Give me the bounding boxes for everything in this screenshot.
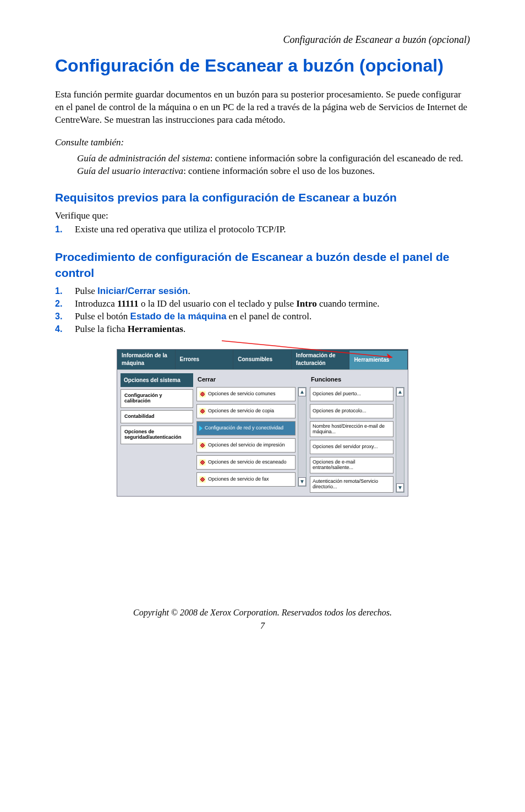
functions-label: Funciones [310,373,404,387]
list-number: 2. [55,298,75,310]
close-label[interactable]: Cerrar [196,373,307,387]
fn-email[interactable]: Opciones de e-mail entrante/saliente... [310,457,393,473]
copyright: Copyright © 2008 de Xerox Corporation. R… [55,607,470,619]
opt-copy[interactable]: Opciones de servicio de copia [196,404,296,418]
center-column: Cerrar Opciones de servicio comunes Opci… [196,373,307,493]
sidebar-item-accounting[interactable]: Contabilidad [121,410,193,423]
tab-tools[interactable]: Herramientas [349,350,408,369]
fn-protocol[interactable]: Opciones de protocolo... [310,404,393,418]
keyword-login: Iniciar/Cerrar sesión [97,286,188,296]
list-item: 1. Pulse Iniciar/Cerrar sesión. [55,285,470,298]
page-title: Configuración de Escanear a buzón (opcio… [55,54,470,78]
references-block: Guía de administración del sistema: cont… [77,152,470,178]
fn-proxy[interactable]: Opciones del servidor proxy... [310,440,393,454]
gear-icon [199,459,206,466]
list-item: 4. Pulse la ficha Herramientas. [55,323,470,336]
reference-1-desc: : contiene información sobre la configur… [210,153,463,164]
reference-2-title: Guía del usuario interactiva [77,166,183,176]
section-procedure-title: Procedimiento de configuración de Escane… [55,249,470,281]
keyword-machine-status: Estado de la máquina [130,311,227,321]
group-list: Opciones de servicio comunes Opciones de… [196,387,296,487]
intro-paragraph: Esta función permite guardar documentos … [55,89,470,127]
opt-print[interactable]: Opciones del servicio de impresión [196,438,296,453]
arrow-right-icon [199,426,203,431]
opt-fax[interactable]: Opciones de servicio de fax [196,472,296,487]
fn-hostname[interactable]: Nombre host/Dirección e-mail de máquina.… [310,421,393,438]
list-item: 1. Existe una red operativa que utiliza … [55,224,470,236]
gear-icon [199,476,206,483]
section-prereq-title: Requisitos previos para la configuración… [55,190,470,205]
control-panel-screenshot: Información de la máquina Errores Consum… [117,349,408,497]
running-header: Configuración de Escanear a buzón (opcio… [55,33,470,46]
scroll-down-icon[interactable]: ▼ [298,477,306,486]
reference-2: Guía del usuario interactiva: contiene i… [77,165,470,178]
list-number: 3. [55,310,75,323]
keyword-enter: Intro [296,298,316,309]
tab-billing[interactable]: Información de facturación [292,350,350,369]
function-list: Opciones del puerto... Opciones de proto… [310,387,393,493]
tab-bar: Información de la máquina Errores Consum… [117,350,408,369]
page-number: 7 [55,620,470,632]
list-text: Existe una red operativa que utiliza el … [75,224,470,236]
verify-label: Verifique que: [55,210,470,222]
fn-port[interactable]: Opciones del puerto... [310,387,393,401]
keyword-user-id: 11111 [117,298,139,309]
gear-icon [199,442,206,449]
list-text: Pulse la ficha Herramientas. [75,323,470,336]
prereq-list: 1. Existe una red operativa que utiliza … [55,224,470,236]
opt-common[interactable]: Opciones de servicio comunes [196,387,296,401]
scroll-up-icon[interactable]: ▲ [396,388,404,396]
list-number: 1. [55,224,75,236]
scrollbar-right[interactable]: ▲ ▼ [396,387,404,493]
reference-1-title: Guía de administración del sistema [77,153,210,164]
list-number: 4. [55,323,75,335]
procedure-list: 1. Pulse Iniciar/Cerrar sesión. 2. Intro… [55,285,470,336]
opt-network[interactable]: Configuración de red y conectividad [196,421,296,435]
right-column: Funciones Opciones del puerto... Opcione… [310,373,404,493]
reference-1: Guía de administración del sistema: cont… [77,152,470,165]
gear-icon [199,408,206,415]
see-also-label: Consulte también: [55,137,470,149]
tab-machine-info[interactable]: Información de la máquina [117,350,176,369]
scrollbar-left[interactable]: ▲ ▼ [298,387,307,487]
list-item: 3. Pulse el botón Estado de la máquina e… [55,310,470,323]
scroll-down-icon[interactable]: ▼ [396,483,404,492]
list-number: 1. [55,285,75,297]
figure-container: Información de la máquina Errores Consum… [55,349,470,497]
keyword-tools: Herramientas [128,324,183,334]
gear-icon [199,391,206,397]
scroll-up-icon[interactable]: ▲ [298,388,306,396]
sidebar-item-security[interactable]: Opciones de seguridad/autenticación [121,426,193,444]
list-item: 2. Introduzca 11111 o la ID del usuario … [55,298,470,310]
sidebar-header: Opciones del sistema [121,373,193,388]
reference-2-desc: : contiene información sobre el uso de l… [183,166,375,176]
sidebar: Opciones del sistema Configuración y cal… [121,373,193,493]
fn-auth[interactable]: Autenticación remota/Servicio directorio… [310,476,393,493]
tab-supplies[interactable]: Consumibles [233,350,292,369]
list-text: Pulse Iniciar/Cerrar sesión. [75,285,470,298]
panel-body: Opciones del sistema Configuración y cal… [117,369,408,496]
tab-errors[interactable]: Errores [176,350,234,369]
sidebar-item-config[interactable]: Configuración y calibración [121,389,193,408]
list-text: Pulse el botón Estado de la máquina en e… [75,310,470,323]
opt-scan[interactable]: Opciones de servicio de escaneado [196,455,296,470]
list-text: Introduzca 11111 o la ID del usuario con… [75,298,470,310]
